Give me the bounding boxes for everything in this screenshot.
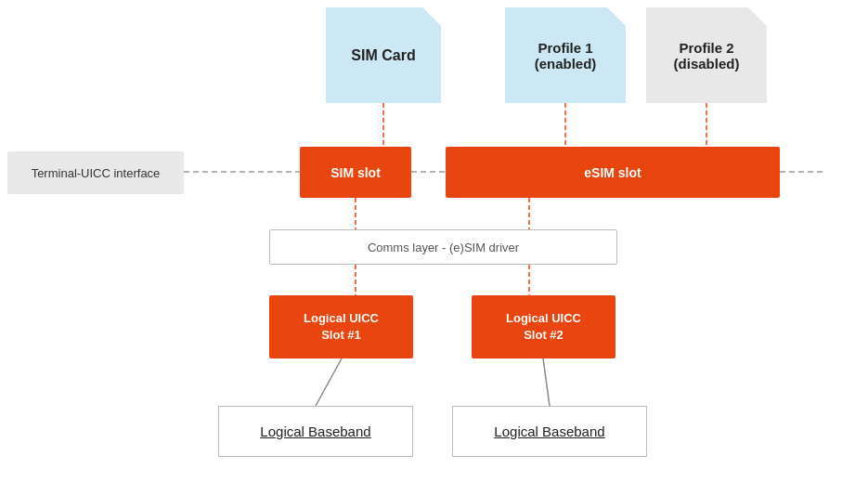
profile1-box: Profile 1(enabled) — [505, 7, 626, 103]
svg-line-10 — [316, 358, 342, 406]
sim-card-label: SIM Card — [351, 47, 415, 64]
logical-uicc-slot2-box: Logical UICCSlot #2 — [472, 295, 615, 358]
sim-slot-label: SIM slot — [330, 165, 381, 180]
sim-card-box: SIM Card — [326, 7, 441, 103]
esim-slot-box: eSIM slot — [446, 147, 780, 198]
terminal-uicc-label: Terminal-UICC interface — [7, 151, 184, 194]
comms-layer-box: Comms layer - (e)SIM driver — [269, 229, 617, 265]
sim-slot-box: SIM slot — [300, 147, 411, 198]
diagram-container: SIM Card Profile 1(enabled) Profile 2(di… — [0, 0, 868, 482]
profile2-label: Profile 2(disabled) — [674, 40, 740, 72]
terminal-uicc-text: Terminal-UICC interface — [32, 166, 161, 180]
comms-layer-label: Comms layer - (e)SIM driver — [368, 241, 519, 254]
esim-slot-label: eSIM slot — [584, 165, 641, 180]
logical-baseband1-box: Logical Baseband — [218, 406, 413, 457]
baseband2-label: Logical Baseband — [494, 423, 604, 439]
profile1-label: Profile 1(enabled) — [535, 40, 597, 72]
profile2-box: Profile 2(disabled) — [646, 7, 767, 103]
svg-line-11 — [543, 358, 550, 406]
logical-baseband2-box: Logical Baseband — [452, 406, 647, 457]
logical2-label: Logical UICCSlot #2 — [506, 310, 581, 344]
logical-uicc-slot1-box: Logical UICCSlot #1 — [269, 295, 413, 358]
logical1-label: Logical UICCSlot #1 — [304, 310, 379, 344]
baseband1-label: Logical Baseband — [260, 423, 370, 439]
